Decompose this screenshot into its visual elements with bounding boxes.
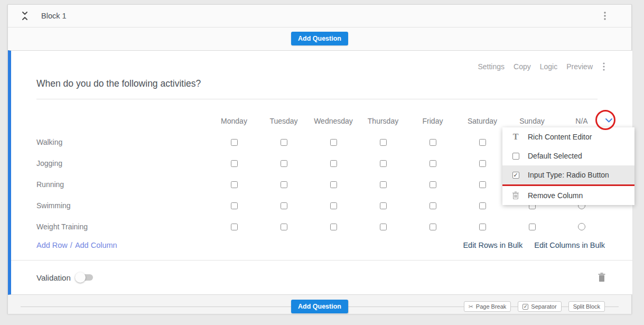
row-label[interactable]: Jogging bbox=[36, 159, 209, 168]
matrix-cell bbox=[458, 160, 507, 167]
checkbox-input[interactable] bbox=[330, 139, 337, 146]
edit-rows-in-bulk-link[interactable]: Edit Rows in Bulk bbox=[463, 241, 522, 249]
column-header-wednesday[interactable]: Wednesday bbox=[309, 117, 358, 125]
block-options-kebab-icon[interactable] bbox=[604, 12, 606, 20]
question-title[interactable]: When do you do the following activities? bbox=[36, 78, 201, 89]
checkbox-input[interactable] bbox=[231, 160, 238, 167]
column-header-friday[interactable]: Friday bbox=[408, 117, 458, 125]
matrix-cell bbox=[209, 160, 259, 167]
question-options-kebab-icon[interactable] bbox=[603, 62, 605, 71]
column-header-thursday[interactable]: Thursday bbox=[358, 117, 408, 125]
checkbox-input[interactable] bbox=[479, 224, 486, 230]
column-options-menu: TRich Content EditorDefault Selected✓Inp… bbox=[502, 127, 634, 205]
checkbox-input[interactable] bbox=[380, 139, 387, 146]
add-column-link[interactable]: Add Column bbox=[75, 241, 117, 249]
checkbox-input[interactable] bbox=[330, 160, 337, 167]
checkbox-input[interactable] bbox=[380, 224, 387, 230]
footer-button-label: Split Block bbox=[573, 303, 600, 310]
menu-item-remove-column[interactable]: Remove Column bbox=[502, 186, 634, 205]
checkbox-input[interactable] bbox=[430, 160, 436, 167]
matrix-cell bbox=[358, 181, 408, 188]
checkbox-input[interactable] bbox=[380, 181, 387, 188]
row-label[interactable]: Swimming bbox=[36, 201, 209, 210]
checkbox-input[interactable] bbox=[479, 181, 486, 188]
rich-content-editor-icon: T bbox=[511, 132, 520, 142]
checkbox-input[interactable] bbox=[231, 224, 238, 230]
page-break-button[interactable]: ✂Page Break bbox=[464, 301, 511, 312]
menu-item-label: Default Selected bbox=[528, 152, 582, 160]
checkbox-input[interactable] bbox=[231, 139, 238, 146]
row-label[interactable]: Walking bbox=[36, 138, 209, 146]
menu-item-label: Input Type: Radio Button bbox=[528, 171, 609, 179]
matrix-cell bbox=[309, 202, 358, 209]
matrix-cell bbox=[507, 224, 557, 230]
checkbox-input[interactable] bbox=[281, 181, 287, 188]
matrix-cell bbox=[309, 181, 358, 188]
validation-row: Validation bbox=[36, 261, 606, 294]
toolbar-logic[interactable]: Logic bbox=[540, 62, 557, 71]
checkbox-input[interactable] bbox=[430, 224, 436, 230]
column-header-sunday[interactable]: Sunday bbox=[507, 117, 557, 125]
column-menu-chevron-icon[interactable] bbox=[605, 118, 613, 123]
checkbox-input[interactable] bbox=[281, 139, 287, 146]
toolbar-preview[interactable]: Preview bbox=[566, 62, 593, 71]
matrix-cell bbox=[309, 160, 358, 167]
add-row-link[interactable]: Add Row bbox=[36, 241, 68, 249]
matrix-cell bbox=[408, 181, 458, 188]
add-question-button-top[interactable]: Add Question bbox=[291, 32, 348, 45]
checkbox-input[interactable] bbox=[479, 202, 486, 209]
add-links-separator: / bbox=[70, 241, 72, 249]
checkbox-input[interactable] bbox=[479, 139, 486, 146]
validation-toggle[interactable] bbox=[77, 274, 93, 281]
footer-buttons: ✂Page Break✓SeparatorSplit Block bbox=[464, 301, 605, 312]
toolbar-copy[interactable]: Copy bbox=[514, 62, 531, 71]
checkbox-input[interactable] bbox=[330, 181, 337, 188]
radio-input[interactable] bbox=[578, 223, 585, 230]
edit-columns-in-bulk-link[interactable]: Edit Columns in Bulk bbox=[534, 241, 605, 249]
matrix-cell bbox=[259, 139, 309, 146]
toolbar-settings[interactable]: Settings bbox=[478, 62, 505, 71]
menu-item-default-selected[interactable]: Default Selected bbox=[502, 146, 634, 165]
checkbox-input[interactable] bbox=[281, 224, 287, 230]
split-block-button[interactable]: Split Block bbox=[568, 301, 605, 312]
checkbox-input[interactable] bbox=[430, 181, 436, 188]
checkbox-input[interactable] bbox=[529, 224, 536, 230]
column-header-monday[interactable]: Monday bbox=[209, 117, 259, 125]
validation-label: Validation bbox=[36, 273, 71, 282]
matrix-row-weight-training: Weight Training bbox=[36, 216, 606, 237]
trash-icon bbox=[511, 191, 520, 200]
matrix-cell bbox=[309, 139, 358, 146]
checkbox-input[interactable] bbox=[330, 202, 337, 209]
checkbox-input[interactable] bbox=[330, 224, 337, 230]
checkbox-glyph bbox=[512, 153, 519, 160]
matrix-cell bbox=[209, 181, 259, 188]
matrix-cell bbox=[209, 202, 259, 209]
menu-item-rich-content-editor[interactable]: TRich Content Editor bbox=[502, 127, 634, 146]
row-label[interactable]: Running bbox=[36, 180, 209, 189]
column-header-saturday[interactable]: Saturday bbox=[458, 117, 507, 125]
checkbox-input[interactable] bbox=[380, 202, 387, 209]
column-header-n-a[interactable]: N/A bbox=[557, 117, 606, 125]
checkbox-input[interactable] bbox=[430, 202, 436, 209]
checkbox-input[interactable] bbox=[281, 202, 287, 209]
matrix-cell bbox=[358, 202, 408, 209]
add-question-button-bottom[interactable]: Add Question bbox=[291, 300, 348, 313]
checkbox-empty-icon bbox=[511, 153, 520, 160]
collapse-block-icon[interactable] bbox=[21, 11, 29, 21]
matrix-cell bbox=[309, 224, 358, 230]
checkbox-input[interactable] bbox=[231, 181, 238, 188]
menu-item-input-type-radio-button[interactable]: ✓Input Type: Radio Button bbox=[502, 165, 634, 184]
column-header-tuesday[interactable]: Tuesday bbox=[259, 117, 309, 125]
menu-item-label: Remove Column bbox=[528, 191, 583, 200]
add-links: Add Row / Add Column bbox=[36, 241, 117, 249]
checkbox-input[interactable] bbox=[479, 160, 486, 167]
separator-button[interactable]: ✓Separator bbox=[518, 301, 561, 312]
checkbox-input[interactable] bbox=[430, 139, 436, 146]
checkbox-input[interactable] bbox=[380, 160, 387, 167]
checkbox-input[interactable] bbox=[281, 160, 287, 167]
delete-question-trash-icon[interactable] bbox=[598, 273, 606, 282]
checkbox-input[interactable] bbox=[231, 202, 238, 209]
row-label[interactable]: Weight Training bbox=[36, 222, 209, 231]
block-title: Block 1 bbox=[41, 12, 67, 20]
matrix-cell bbox=[458, 181, 507, 188]
